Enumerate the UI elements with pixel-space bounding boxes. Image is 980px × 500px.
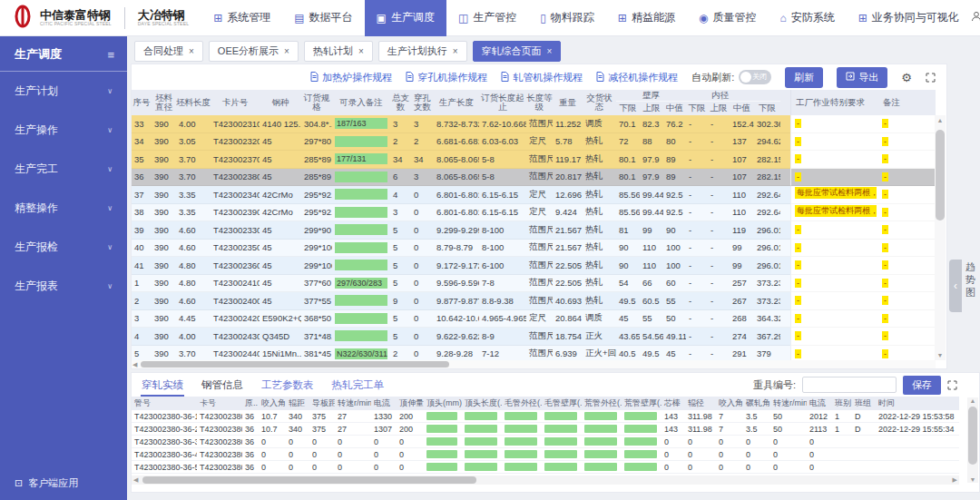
table-row[interactable]: 383903.35T42300239042CrMo295*92.5306.801… (132, 204, 790, 222)
scroll-up-icon[interactable]: ▲ (967, 397, 978, 404)
tab-close-icon[interactable]: × (358, 46, 364, 56)
settings-gear-icon[interactable]: ⚙ (901, 71, 912, 84)
table-row[interactable]: 43904.00T423002430Q345D371*48.5509.622-9… (132, 328, 790, 346)
bottom-tab-穿轧实绩[interactable]: 穿轧实绩 (141, 374, 184, 397)
editable-remark-cell[interactable]: 187/163 (335, 118, 387, 129)
table-row-pinned[interactable]: -- (790, 292, 936, 310)
editable-remark-cell[interactable]: 297/630/283 (335, 278, 387, 289)
bottom-tab-热轧完工单[interactable]: 热轧完工单 (331, 374, 386, 397)
editable-remark-cell[interactable]: N322/630/311 (335, 348, 387, 359)
bottom-table-hscrollbar[interactable]: ◀ ▶ (132, 475, 959, 485)
table-row-pinned[interactable]: -- (790, 151, 936, 169)
tab-close-icon[interactable]: × (453, 46, 458, 56)
table-row[interactable]: 353903.70T42300237045285*89177/13134348.… (132, 151, 790, 169)
nav-item-production-control[interactable]: ◫生产管控 (446, 0, 528, 36)
gauge-number-input[interactable] (802, 377, 897, 393)
bottom-tab-钢管信息[interactable]: 钢管信息 (201, 374, 244, 397)
scroll-left-icon[interactable]: ◀ (132, 361, 137, 368)
bottom-hscroll-thumb[interactable] (142, 476, 476, 484)
table-row-pinned[interactable]: -- (790, 257, 936, 275)
editable-remark-cell[interactable] (335, 295, 387, 306)
scroll-right-icon[interactable]: ▶ (953, 476, 957, 484)
main-table-vscrollbar[interactable]: ▲ ▼ (935, 115, 946, 360)
procedure-link[interactable]: 穿孔机操作规程 (406, 71, 487, 84)
main-table-hscrollbar[interactable]: ◀ (132, 360, 936, 368)
sidebar-item-production-plan[interactable]: 生产计划∨ (0, 72, 127, 111)
user-menu[interactable]: yinshi, 您好! (971, 10, 980, 25)
scroll-down-icon[interactable]: ▼ (935, 352, 946, 358)
tab-close-icon[interactable]: × (189, 46, 194, 56)
editable-remark-cell[interactable] (335, 242, 387, 253)
nav-item-lean-energy[interactable]: ⊞精益能源 (606, 0, 687, 36)
bottom-table-vscrollbar[interactable]: ▲ ▼ (967, 397, 978, 483)
editable-remark-cell[interactable] (335, 189, 387, 200)
table-row[interactable]: 373903.35T42300234042CrMo295*92.5406.801… (132, 186, 790, 204)
table-row-pinned[interactable]: 每批应带试检料两根，在...- (790, 204, 936, 222)
editable-remark-cell[interactable] (335, 330, 387, 341)
table-row[interactable]: 393904.60T42300233045299*90509.299-9.299… (132, 221, 790, 240)
table-row-pinned[interactable]: -- (790, 221, 936, 240)
table-row-pinned[interactable]: 每批应带试检料两根，在...- (790, 186, 936, 204)
editable-remark-cell[interactable] (335, 224, 387, 235)
sidebar-item-client-app[interactable]: ⊡ 客户端应用 (0, 472, 127, 495)
bottom-fullscreen-icon[interactable] (947, 380, 957, 390)
table-row[interactable]: T423002380-36-1T4230023803610.7340375271… (132, 410, 959, 423)
tab-热轧计划[interactable]: 热轧计划× (304, 41, 373, 62)
table-row[interactable]: T423002380-36-2T4230023803610.7340375271… (132, 423, 959, 436)
procedure-link[interactable]: 加热炉操作规程 (310, 71, 392, 84)
nav-item-system-mgmt[interactable]: ⊞系统管理 (201, 0, 282, 36)
export-button[interactable]: 导出 (837, 67, 887, 88)
scroll-left-icon[interactable]: ◀ (133, 476, 138, 484)
sidebar-item-production-inspection[interactable]: 生产报检∨ (0, 228, 127, 267)
table-row-pinned[interactable]: -- (790, 275, 936, 293)
sidebar-item-finishing-operation[interactable]: 精整操作∨ (0, 189, 127, 228)
table-row-pinned[interactable]: -- (790, 328, 936, 346)
table-row[interactable]: 363903.70T42300238045285*89638.065-8.065… (132, 169, 790, 187)
table-row[interactable]: 403904.60T42300235045299*100508.79-8.798… (132, 240, 790, 258)
table-row[interactable]: T423002380-36-5T42300238036000000000000 (132, 461, 959, 474)
vscroll-thumb[interactable] (936, 130, 945, 221)
sidebar-collapse-icon[interactable]: ≡ (107, 48, 114, 62)
tab-合同处理[interactable]: 合同处理× (134, 41, 203, 62)
nav-item-biz-collaboration[interactable]: ⊞业务协同与可视化 (847, 0, 971, 36)
tab-生产计划执行[interactable]: 生产计划执行× (378, 41, 467, 62)
hscroll-thumb[interactable] (141, 361, 449, 368)
table-row[interactable]: 23904.60T42300240045377*55909.877-9.8778… (132, 292, 790, 310)
scroll-down-icon[interactable]: ▼ (967, 476, 978, 483)
nav-item-data-platform[interactable]: ▤数据平台 (282, 0, 364, 36)
table-row-pinned[interactable]: -- (790, 240, 936, 258)
table-row[interactable]: 333904.00T4230023104140 125..304.8*..187… (132, 115, 790, 133)
table-row-pinned[interactable]: -- (790, 115, 936, 133)
sidebar-item-production-report[interactable]: 生产报表∨ (0, 267, 127, 306)
editable-remark-cell[interactable] (335, 207, 387, 218)
fullscreen-icon[interactable] (926, 73, 936, 83)
table-row[interactable]: 413904.80T42300236045299*100509.172-9.17… (132, 257, 790, 275)
editable-remark-cell[interactable] (335, 136, 387, 147)
editable-remark-cell[interactable] (335, 172, 387, 182)
table-row-pinned[interactable]: -- (790, 169, 936, 187)
table-row[interactable]: T423002380-36-3T42300238036000000000000 (132, 436, 959, 448)
tab-穿轧综合页面[interactable]: 穿轧综合页面× (473, 41, 562, 62)
table-row[interactable]: T423002380-36-4T42300238036000000000000 (132, 448, 959, 461)
tab-close-icon[interactable]: × (547, 46, 553, 56)
table-row[interactable]: 13904.80T42300241045377*60297/630/283509… (132, 275, 790, 293)
table-row-pinned[interactable]: -- (790, 310, 936, 328)
nav-item-quality-control[interactable]: ◉质量管控 (687, 0, 768, 36)
editable-remark-cell[interactable] (335, 313, 387, 324)
editable-remark-cell[interactable] (335, 260, 387, 270)
tab-close-icon[interactable]: × (284, 46, 289, 56)
refresh-button[interactable]: 刷新 (785, 67, 823, 88)
scroll-up-icon[interactable]: ▲ (935, 117, 946, 123)
auto-refresh-toggle[interactable]: 关闭 (739, 70, 771, 84)
table-row[interactable]: 343903.05T42300232045297*80226.681-6.681… (132, 133, 790, 152)
bottom-tab-工艺参数表[interactable]: 工艺参数表 (260, 374, 315, 397)
nav-item-material-tracking[interactable]: ▯物料跟踪 (528, 0, 606, 36)
table-row-pinned[interactable]: -- (790, 133, 936, 152)
trend-panel-toggle[interactable]: ‹ (949, 260, 962, 312)
tab-OEE分析展示[interactable]: OEE分析展示× (209, 41, 299, 62)
procedure-link[interactable]: 减径机操作规程 (596, 71, 678, 84)
procedure-link[interactable]: 轧管机操作规程 (501, 71, 583, 84)
editable-remark-cell[interactable]: 177/131 (335, 153, 387, 164)
nav-item-production-dispatch[interactable]: ▣生产调度 (365, 0, 446, 36)
sidebar-item-production-operation[interactable]: 生产操作∨ (0, 111, 127, 150)
